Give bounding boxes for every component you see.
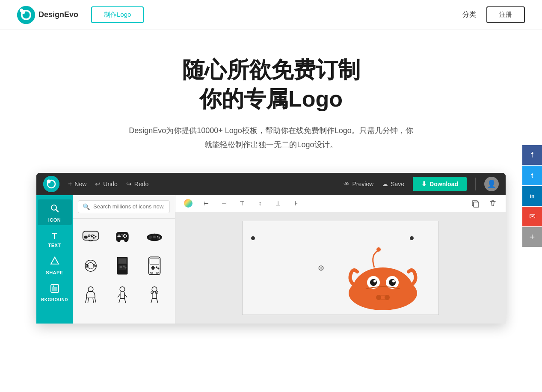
download-icon: ⬇ (421, 180, 427, 188)
sidebar-tool-background[interactable]: BKGROUND (38, 279, 72, 305)
text-tool-icon: T (52, 231, 57, 241)
hero-title-line1: 随心所欲免费订制 (182, 57, 360, 82)
more-share-button[interactable]: + (522, 227, 542, 247)
logo-icon (17, 6, 35, 24)
editor-toolbar: + New ↩ Undo ↪ Redo 👁 Preview ☁ Save ⬇ D… (36, 173, 506, 195)
svg-rect-28 (121, 234, 124, 235)
svg-rect-52 (151, 267, 155, 269)
color-picker-btn[interactable] (182, 197, 194, 209)
download-button[interactable]: ⬇ Download (413, 177, 467, 191)
new-label: New (74, 181, 86, 187)
icon-item-gamepad2[interactable] (110, 224, 135, 249)
email-share-button[interactable]: ✉ (522, 207, 542, 226)
sidebar-tool-text[interactable]: T TEXT (38, 227, 72, 250)
svg-rect-9 (52, 287, 57, 291)
navbar: DesignEvo 制作Logo 分类 注册 (0, 0, 542, 30)
svg-point-24 (124, 234, 126, 236)
svg-line-66 (124, 294, 127, 297)
icon-search-area: 🔍 (73, 195, 175, 219)
svg-rect-33 (153, 237, 156, 238)
undo-button[interactable]: ↩ Undo (95, 180, 117, 188)
twitter-share-button[interactable]: t (522, 166, 542, 185)
svg-point-83 (376, 247, 381, 252)
svg-point-85 (385, 295, 390, 300)
icon-item-retro-controller[interactable] (78, 253, 104, 279)
save-icon: ☁ (382, 181, 388, 187)
align-bottom-btn[interactable]: ⊦ (290, 197, 302, 209)
linkedin-share-button[interactable]: in (522, 186, 542, 206)
icon-item-char2[interactable] (110, 282, 135, 308)
make-logo-button[interactable]: 制作Logo (91, 6, 144, 23)
illustration-area (336, 242, 430, 315)
svg-point-48 (124, 267, 126, 268)
svg-rect-55 (150, 272, 153, 273)
svg-point-79 (370, 279, 377, 286)
svg-point-46 (120, 266, 122, 268)
svg-point-81 (373, 280, 376, 282)
align-top-btn[interactable]: ↕ (254, 197, 266, 209)
icon-item-arcade-cabinet[interactable] (110, 253, 135, 279)
facebook-share-button[interactable]: f (522, 145, 542, 165)
hero-subtitle: DesignEvo为你提供10000+ Logo模板，帮助你在线免费制作Logo… (126, 124, 417, 151)
delete-btn[interactable] (487, 197, 499, 209)
navbar-left: DesignEvo 制作Logo (17, 6, 144, 24)
sidebar-tool-shape[interactable]: SHAPE (38, 252, 72, 278)
save-label: Save (391, 181, 404, 187)
register-button[interactable]: 注册 (486, 6, 525, 23)
svg-line-61 (93, 298, 93, 303)
shape-tool-label: SHAPE (46, 270, 63, 275)
svg-point-80 (389, 279, 396, 286)
new-button[interactable]: + New (68, 180, 86, 188)
svg-point-10 (53, 285, 54, 287)
redo-button[interactable]: ↪ Redo (126, 180, 148, 188)
user-avatar[interactable]: 👤 (484, 177, 499, 191)
icon-panel: 🔍 (73, 195, 175, 324)
align-center-btn[interactable]: ⊣ (218, 197, 230, 209)
svg-point-82 (392, 280, 395, 282)
align-left-btn[interactable]: ⊢ (200, 197, 212, 209)
logo-text: DesignEvo (39, 10, 78, 19)
svg-point-25 (126, 235, 127, 237)
align-right-btn[interactable]: ⊤ (236, 197, 248, 209)
toolbar-divider (475, 178, 476, 190)
canvas-board: ⊕ (242, 221, 439, 315)
icon-grid (73, 219, 175, 313)
icon-tool-label: ICON (48, 217, 61, 223)
sidebar-tool-icon[interactable]: ICON (38, 199, 72, 225)
svg-line-58 (86, 298, 87, 303)
save-button[interactable]: ☁ Save (382, 181, 404, 187)
icon-item-gameboy[interactable] (142, 253, 167, 279)
icon-search-input[interactable] (93, 203, 165, 210)
more-icon: + (530, 232, 535, 243)
handle-tr[interactable] (410, 236, 414, 240)
svg-line-59 (95, 298, 96, 303)
svg-line-7 (56, 209, 58, 212)
svg-line-65 (118, 294, 120, 297)
svg-point-54 (157, 267, 159, 269)
svg-point-35 (159, 237, 160, 238)
handle-tl[interactable] (251, 236, 255, 240)
svg-rect-74 (474, 202, 479, 207)
preview-button[interactable]: 👁 Preview (344, 181, 373, 187)
svg-point-30 (148, 236, 151, 239)
canvas-workspace[interactable]: ⊕ (175, 212, 506, 324)
icon-item-char1[interactable] (78, 282, 104, 308)
category-link[interactable]: 分类 (462, 10, 476, 19)
align-middle-btn[interactable]: ⊥ (272, 197, 284, 209)
icon-item-gamepad1[interactable] (78, 224, 104, 249)
facebook-icon: f (531, 151, 533, 160)
svg-point-18 (93, 237, 95, 239)
shape-tool-icon (50, 256, 59, 268)
hero-title: 随心所欲免费订制 你的专属Logo (17, 56, 525, 113)
svg-point-0 (17, 6, 35, 24)
svg-point-37 (88, 263, 94, 269)
search-icon-inner: 🔍 (83, 203, 90, 210)
icon-item-char3[interactable] (142, 282, 167, 308)
hero-title-line2: 你的专属Logo (199, 86, 343, 111)
icon-item-gamepad3[interactable] (142, 224, 167, 249)
logo[interactable]: DesignEvo (17, 6, 78, 24)
svg-line-70 (151, 299, 152, 303)
avatar-icon: 👤 (487, 179, 496, 189)
duplicate-btn[interactable] (469, 197, 481, 209)
svg-line-71 (157, 299, 158, 303)
